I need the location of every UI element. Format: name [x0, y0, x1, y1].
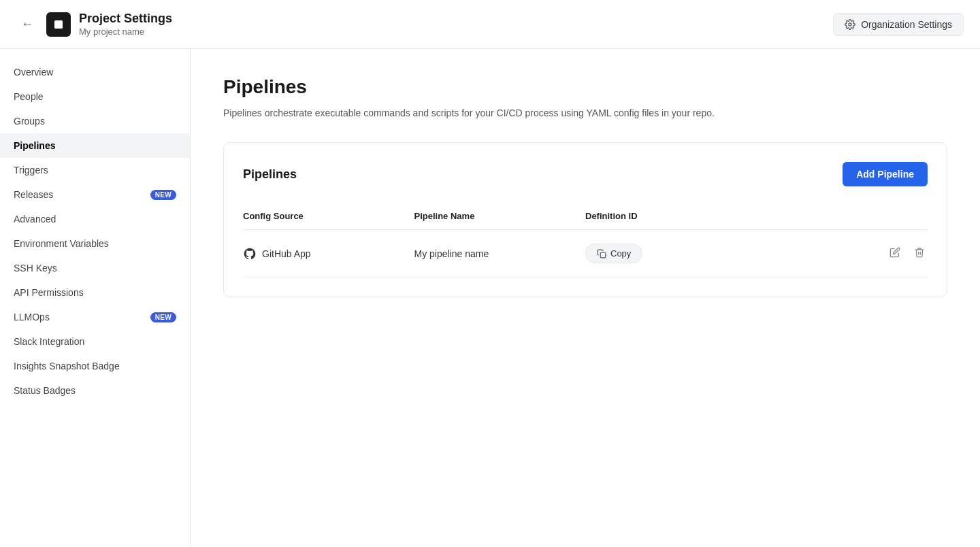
delete-icon[interactable] [911, 244, 928, 263]
github-icon [243, 247, 257, 261]
sidebar: OverviewPeopleGroupsPipelinesTriggersRel… [0, 49, 191, 547]
sidebar-item-label: API Permissions [14, 287, 84, 298]
sidebar-item-label: Groups [14, 116, 45, 127]
sidebar-item-label: Environment Variables [14, 238, 109, 249]
add-pipeline-button[interactable]: Add Pipeline [843, 162, 928, 186]
sidebar-item-overview[interactable]: Overview [0, 60, 190, 84]
sidebar-item-slack-integration[interactable]: Slack Integration [0, 329, 190, 354]
sidebar-badge-releases: NEW [150, 190, 176, 200]
cell-row-actions [842, 244, 928, 263]
col-pipeline-name: Pipeline Name [414, 211, 586, 221]
sidebar-item-advanced[interactable]: Advanced [0, 207, 190, 231]
sidebar-item-label: Triggers [14, 165, 48, 176]
sidebar-item-label: Pipelines [14, 140, 55, 151]
back-button[interactable]: ← [16, 14, 38, 35]
sidebar-item-label: Insights Snapshot Badge [14, 361, 120, 371]
sidebar-item-insights-snapshot-badge[interactable]: Insights Snapshot Badge [0, 354, 190, 378]
sidebar-item-groups[interactable]: Groups [0, 109, 190, 133]
project-icon [46, 12, 71, 37]
page-description: Pipelines orchestrate executable command… [223, 106, 947, 120]
pipelines-card: Pipelines Add Pipeline Config Source Pip… [223, 142, 947, 297]
svg-rect-2 [600, 252, 606, 258]
sidebar-item-releases[interactable]: ReleasesNEW [0, 182, 190, 207]
cell-definition-id: Copy [585, 244, 842, 263]
gear-icon [845, 19, 855, 30]
cell-config-source: GitHub App [243, 247, 414, 261]
sidebar-item-label: Status Badges [14, 385, 76, 396]
sidebar-item-label: Releases [14, 189, 53, 200]
sidebar-item-label: SSH Keys [14, 263, 57, 274]
cell-pipeline-name: My pipeline name [414, 248, 586, 259]
sidebar-item-api-permissions[interactable]: API Permissions [0, 280, 190, 305]
sidebar-item-llmops[interactable]: LLMOpsNEW [0, 305, 190, 329]
org-settings-button[interactable]: Organization Settings [833, 13, 964, 36]
svg-rect-0 [54, 20, 63, 29]
sidebar-item-label: Advanced [14, 214, 56, 225]
card-title: Pipelines [243, 167, 297, 182]
sidebar-item-label: LLMOps [14, 312, 50, 322]
sidebar-item-pipelines[interactable]: Pipelines [0, 133, 190, 158]
sidebar-item-label: Slack Integration [14, 336, 84, 347]
org-settings-label: Organization Settings [861, 19, 952, 30]
sidebar-item-environment-variables[interactable]: Environment Variables [0, 231, 190, 256]
copy-icon [597, 249, 606, 259]
col-definition-id: Definition ID [585, 211, 842, 221]
sidebar-badge-llmops: NEW [150, 312, 176, 322]
svg-point-1 [849, 23, 851, 26]
sidebar-item-status-badges[interactable]: Status Badges [0, 378, 190, 403]
edit-icon[interactable] [887, 244, 903, 263]
sidebar-item-ssh-keys[interactable]: SSH Keys [0, 256, 190, 280]
project-title-sub: My project name [79, 27, 172, 37]
table-row: GitHub App My pipeline name Copy [243, 230, 928, 278]
app-header: ← Project Settings My project name Organ… [0, 0, 980, 49]
header-left: ← Project Settings My project name [16, 12, 172, 37]
sidebar-item-label: People [14, 91, 44, 102]
layout: OverviewPeopleGroupsPipelinesTriggersRel… [0, 49, 980, 547]
card-header: Pipelines Add Pipeline [243, 162, 928, 186]
col-config-source: Config Source [243, 211, 414, 221]
pipeline-name-value: My pipeline name [414, 248, 489, 259]
table-header: Config Source Pipeline Name Definition I… [243, 203, 928, 230]
copy-button[interactable]: Copy [585, 244, 642, 263]
main-content: Pipelines Pipelines orchestrate executab… [191, 49, 980, 547]
sidebar-item-triggers[interactable]: Triggers [0, 158, 190, 182]
copy-label: Copy [610, 248, 631, 259]
col-actions [842, 211, 928, 221]
project-title-block: Project Settings My project name [79, 12, 172, 37]
page-title: Pipelines [223, 76, 947, 98]
sidebar-item-label: Overview [14, 67, 53, 78]
sidebar-item-people[interactable]: People [0, 84, 190, 109]
config-source-value: GitHub App [262, 248, 311, 259]
project-title-main: Project Settings [79, 12, 172, 27]
